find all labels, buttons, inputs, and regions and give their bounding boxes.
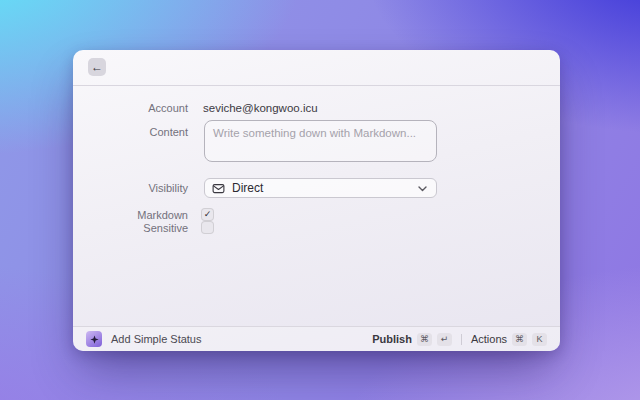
- back-button[interactable]: ←: [88, 58, 106, 76]
- cmd-key-badge: ⌘: [417, 333, 432, 346]
- extension-app-icon: [86, 331, 102, 347]
- publish-label: Publish: [372, 333, 412, 345]
- visibility-dropdown[interactable]: Direct: [204, 178, 437, 198]
- cmd-key-badge: ⌘: [512, 333, 527, 346]
- command-title: Add Simple Status: [111, 333, 202, 345]
- sparkle-icon: [89, 334, 100, 345]
- k-key-badge: K: [532, 333, 547, 346]
- footer-app-info: Add Simple Status: [86, 331, 202, 347]
- markdown-checkbox[interactable]: ✓: [201, 208, 214, 221]
- content-label: Content: [73, 126, 188, 138]
- markdown-label: Markdown: [73, 209, 188, 221]
- footer-separator: [461, 334, 462, 345]
- visibility-label: Visibility: [73, 182, 188, 194]
- chevron-down-icon: [418, 186, 427, 192]
- account-value: seviche@kongwoo.icu: [203, 102, 318, 114]
- return-key-badge: ↵: [437, 333, 452, 346]
- window-header: ←: [73, 50, 560, 86]
- desktop-background: ← Account seviche@kongwoo.icu Content Vi…: [0, 0, 640, 400]
- actions-button[interactable]: Actions ⌘ K: [471, 333, 547, 346]
- account-label: Account: [73, 102, 188, 114]
- sensitive-label: Sensitive: [73, 222, 188, 234]
- footer-actions: Publish ⌘ ↵ Actions ⌘ K: [372, 333, 547, 346]
- checkmark-icon: ✓: [204, 210, 212, 219]
- raycast-window: ← Account seviche@kongwoo.icu Content Vi…: [73, 50, 560, 351]
- window-footer: Add Simple Status Publish ⌘ ↵ Actions ⌘ …: [73, 326, 560, 351]
- envelope-icon: [212, 182, 225, 195]
- visibility-value: Direct: [232, 181, 263, 195]
- back-arrow-icon: ←: [91, 61, 103, 73]
- publish-button[interactable]: Publish ⌘ ↵: [372, 333, 452, 346]
- content-input[interactable]: [204, 120, 437, 162]
- actions-label: Actions: [471, 333, 507, 345]
- sensitive-checkbox[interactable]: [201, 221, 214, 234]
